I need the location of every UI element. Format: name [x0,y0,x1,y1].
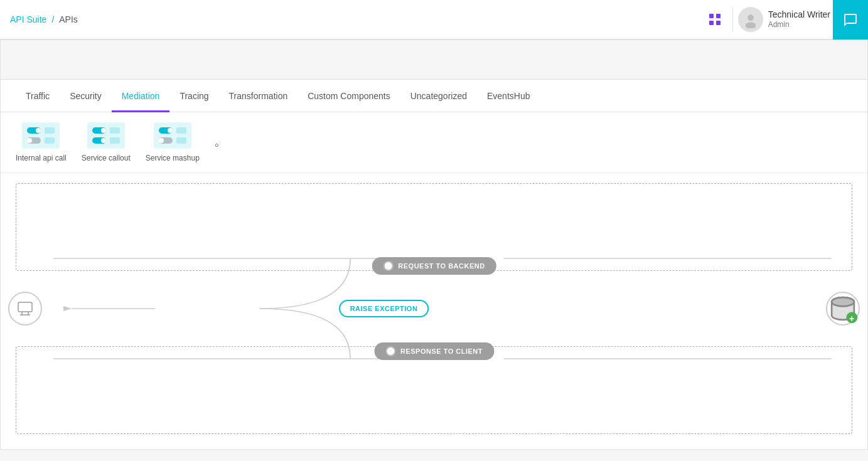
avatar [738,7,763,32]
raise-exception-label: RAISE EXCEPTION [350,305,418,312]
svg-rect-0 [709,14,714,18]
request-pill-label: REQUEST TO BACKEND [398,262,485,270]
breadcrumb: API Suite / APIs [10,14,78,24]
svg-rect-36 [18,302,32,312]
header-divider [732,7,733,32]
canvas-area[interactable]: + REQUEST TO BACKEND RESPONSE TO CLIENT … [1,173,867,449]
grid-icon[interactable] [702,7,727,32]
svg-rect-29 [176,127,186,134]
svg-rect-30 [176,137,186,144]
svg-rect-3 [716,21,721,25]
response-pill-label: RESPONSE TO CLIENT [400,347,483,355]
backend-icon: + [826,292,860,326]
user-name: Technical Writer [768,9,830,20]
user-info: Technical Writer Admin [768,9,830,30]
tool-label-internal-api-call: Internal api call [16,154,67,162]
svg-rect-15 [45,127,55,134]
tabs-bar: Traffic Security Mediation Tracing Trans… [1,80,867,112]
tab-traffic[interactable]: Traffic [16,80,60,112]
svg-rect-24 [154,122,191,149]
breadcrumb-separator: / [51,14,54,24]
response-to-client-pill[interactable]: RESPONSE TO CLIENT [374,342,494,360]
tool-icon-internal-api-call [22,122,60,149]
tool-service-callout[interactable]: Service callout [82,122,131,162]
app-header: API Suite / APIs Technical Writer Admin [0,0,868,40]
top-bar [1,40,867,80]
svg-rect-1 [716,14,721,18]
request-to-backend-pill[interactable]: REQUEST TO BACKEND [372,257,496,275]
svg-point-14 [27,138,32,143]
tab-custom-components[interactable]: Custom Components [297,80,400,112]
mediation-toolbar: Internal api call Service callout [1,112,867,173]
svg-rect-23 [110,137,120,144]
tool-label-service-callout: Service callout [82,154,131,162]
user-role: Admin [768,20,830,30]
svg-rect-16 [45,137,55,144]
svg-rect-10 [22,122,60,149]
svg-point-21 [101,138,106,143]
tab-mediation[interactable]: Mediation [112,80,170,112]
tool-internal-api-call[interactable]: Internal api call [16,122,67,162]
chat-button[interactable] [833,0,868,40]
tab-uncategorized[interactable]: Uncategorized [400,80,477,112]
tab-tracing[interactable]: Tracing [169,80,218,112]
tool-icon-service-mashup [154,122,191,149]
svg-point-26 [168,128,173,133]
svg-rect-17 [87,122,125,149]
tool-icon-service-callout [87,122,125,149]
svg-point-19 [101,128,106,133]
breadcrumb-suite[interactable]: API Suite [10,14,46,24]
breadcrumb-current: APIs [59,14,78,24]
client-icon [8,292,42,326]
raise-exception-pill[interactable]: RAISE EXCEPTION [339,300,429,317]
main-container: Traffic Security Mediation Tracing Trans… [0,40,868,450]
svg-rect-22 [110,127,120,134]
svg-point-41 [832,297,854,306]
svg-point-12 [36,128,41,133]
tab-eventshub[interactable]: EventsHub [477,80,540,112]
svg-point-5 [747,14,754,21]
svg-rect-2 [709,21,714,25]
cursor-indicator: ◦ [215,139,219,151]
svg-text:+: + [849,314,854,324]
tab-security[interactable]: Security [60,80,112,112]
response-pill-circle [385,346,395,356]
tab-transformation[interactable]: Transformation [219,80,298,112]
tool-label-service-mashup: Service mashup [146,154,200,162]
request-pill-circle [383,261,393,271]
svg-point-28 [159,138,164,143]
tool-service-mashup[interactable]: Service mashup [146,122,200,162]
flow-diagram: + REQUEST TO BACKEND RESPONSE TO CLIENT … [16,183,852,434]
